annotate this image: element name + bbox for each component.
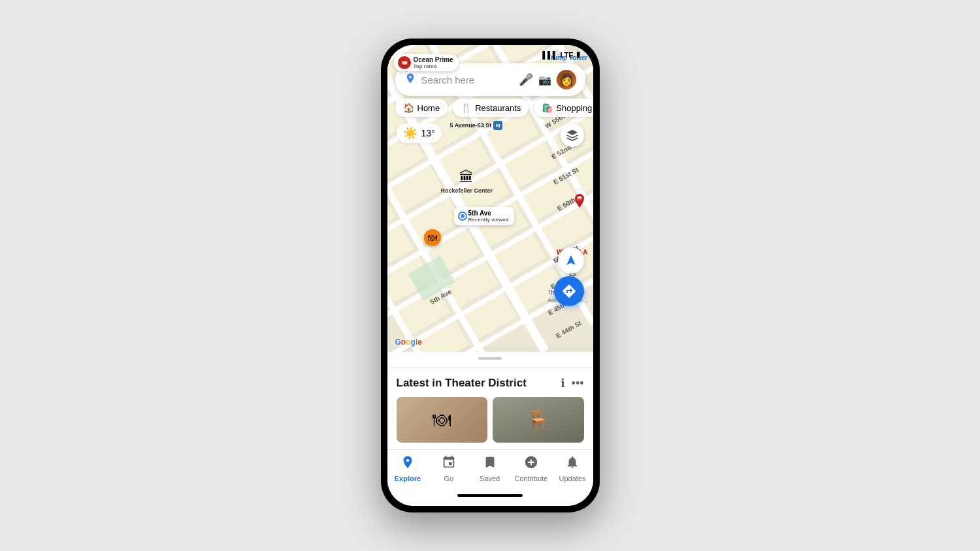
bottom-nav: Explore Go Saved: [387, 449, 593, 492]
svg-text:🍽: 🍽: [578, 197, 582, 202]
bottom-panel: Latest in Theater District ℹ ••• 🍽 🪑: [387, 368, 593, 449]
fifth-ave-label: 5th Ave: [468, 210, 509, 217]
contribute-label: Contribute: [514, 475, 547, 482]
map-area[interactable]: ▌▌▌ LTE ▮ 🍽 Ocean Prime Top rated Trump …: [387, 45, 593, 352]
network-label: LTE: [561, 51, 574, 59]
chip-shopping[interactable]: 🛍️ Shopping: [534, 99, 593, 117]
interior-image: 🪑: [493, 397, 584, 443]
battery-icon: ▮: [576, 50, 580, 59]
panel-header: Latest in Theater District ℹ •••: [397, 376, 584, 390]
panel-actions: ℹ •••: [561, 376, 584, 390]
directions-button[interactable]: [554, 276, 584, 306]
signal-icon: ▌▌▌: [542, 51, 557, 59]
search-input[interactable]: Search here: [421, 74, 514, 86]
location-dot: [459, 213, 466, 219]
subway-label: 5 Avenue-53 St: [450, 122, 492, 129]
nav-updates[interactable]: Updates: [556, 455, 589, 482]
photo-row: 🍽 🪑: [397, 397, 584, 449]
maps-pin-icon: [404, 72, 416, 87]
home-indicator: [457, 494, 523, 497]
go-label: Go: [444, 475, 453, 482]
saved-icon: [483, 455, 497, 473]
rockefeller-label: Rockefeller Center: [441, 187, 493, 194]
user-avatar[interactable]: 👩: [557, 70, 576, 89]
panel-title: Latest in Theater District: [397, 377, 527, 390]
home-indicator-area: [387, 492, 593, 506]
fifth-ave-popup[interactable]: 5th Ave Recently viewed: [454, 207, 514, 225]
subway-icon: M: [493, 121, 502, 130]
phone-shell: ▌▌▌ LTE ▮ 🍽 Ocean Prime Top rated Trump …: [381, 39, 600, 512]
weather-icon: ☀️: [403, 126, 417, 140]
svg-point-63: [409, 75, 412, 78]
weather-badge: ☀️ 13°: [397, 123, 442, 143]
photo-thumb-2[interactable]: 🪑: [493, 397, 584, 443]
google-watermark: Google: [395, 338, 422, 347]
updates-label: Updates: [559, 475, 586, 482]
subway-station: 5 Avenue-53 St M: [450, 121, 503, 130]
contribute-icon: [524, 455, 538, 473]
recently-viewed-label: Recently viewed: [468, 217, 509, 223]
nav-saved[interactable]: Saved: [474, 455, 506, 482]
go-icon: [442, 455, 456, 473]
saved-label: Saved: [480, 475, 500, 482]
weather-temp: 13°: [421, 128, 435, 138]
ocean-prime-tag: Top rated: [414, 63, 453, 69]
home-chip-icon: 🏠: [403, 102, 414, 113]
red-pin-marker[interactable]: 🍽: [572, 194, 587, 215]
mic-icon[interactable]: 🎤: [519, 72, 533, 87]
nav-contribute[interactable]: Contribute: [514, 455, 547, 482]
nav-explore[interactable]: Explore: [391, 455, 424, 482]
navigation-button[interactable]: [558, 247, 584, 274]
rockefeller-marker[interactable]: 🏛 Rockefeller Center: [441, 169, 493, 194]
restaurants-chip-icon: 🍴: [461, 102, 472, 113]
food-image: 🍽: [397, 397, 488, 443]
drag-handle: [478, 357, 502, 360]
layer-button[interactable]: [561, 123, 584, 147]
camera-icon[interactable]: 📷: [538, 74, 551, 86]
phone-screen: ▌▌▌ LTE ▮ 🍽 Ocean Prime Top rated Trump …: [387, 45, 593, 506]
chip-shopping-label: Shopping: [556, 103, 592, 113]
nav-go[interactable]: Go: [433, 455, 465, 482]
chip-home[interactable]: 🏠 Home: [395, 99, 448, 117]
more-button[interactable]: •••: [572, 377, 584, 390]
explore-label: Explore: [395, 475, 421, 482]
info-button[interactable]: ℹ: [561, 376, 565, 390]
status-bar: ▌▌▌ LTE ▮: [387, 45, 593, 61]
photo-thumb-1[interactable]: 🍽: [397, 397, 488, 443]
explore-icon: [400, 455, 415, 473]
filter-chips: 🏠 Home 🍴 Restaurants 🛍️ Shopping ⊡: [395, 99, 585, 117]
status-icons: ▌▌▌ LTE ▮: [542, 50, 580, 59]
shopping-chip-icon: 🛍️: [542, 102, 553, 113]
chip-restaurants[interactable]: 🍴 Restaurants: [453, 99, 529, 117]
food-marker[interactable]: 🍽: [424, 229, 441, 246]
chip-restaurants-label: Restaurants: [475, 103, 521, 113]
chip-home-label: Home: [417, 103, 440, 113]
updates-icon: [565, 455, 580, 473]
